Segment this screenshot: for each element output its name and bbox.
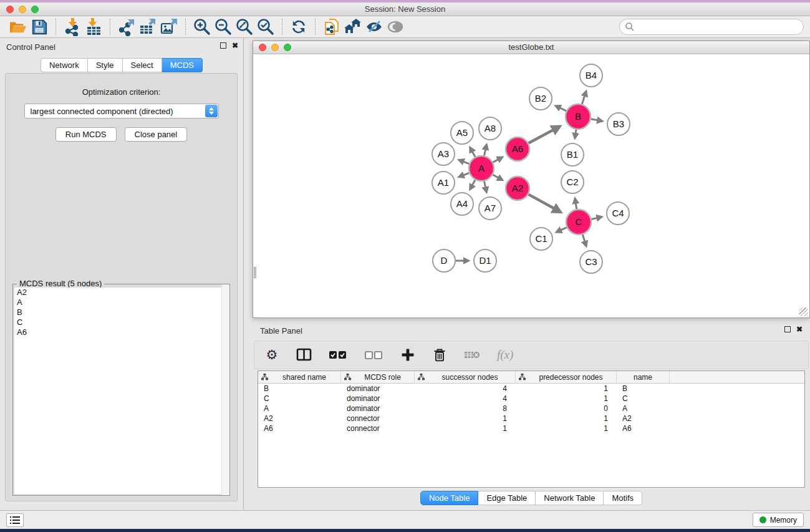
tab-style[interactable]: Style	[88, 58, 123, 72]
table-row[interactable]: Adominator80A	[258, 404, 804, 414]
mcds-result-item[interactable]: A6	[14, 327, 228, 337]
hide-show-button[interactable]	[364, 17, 385, 36]
open-file-button[interactable]	[7, 17, 29, 36]
graph-node-A7[interactable]: A7	[479, 197, 501, 220]
function-builder-button[interactable]: f(x)	[497, 348, 513, 362]
graph-edge-A-A4[interactable]	[470, 180, 475, 189]
export-table-button[interactable]	[137, 17, 158, 36]
delete-column-button[interactable]	[432, 347, 447, 362]
graph-node-A1[interactable]: A1	[432, 172, 455, 194]
graph-node-A4[interactable]: A4	[451, 193, 473, 215]
column-header-shared-name[interactable]: shared name	[258, 371, 341, 383]
graph-edge-C-C1[interactable]	[557, 228, 567, 232]
graph-node-C[interactable]: C	[566, 210, 591, 235]
graph-node-B[interactable]: B	[566, 104, 591, 129]
network-minimize-button[interactable]	[271, 44, 279, 51]
tab-network-table[interactable]: Network Table	[536, 491, 604, 505]
table-settings-button[interactable]: ⚙	[264, 347, 279, 362]
add-column-button[interactable]	[400, 348, 415, 362]
graph-node-B2[interactable]: B2	[529, 87, 552, 110]
mcds-result-item[interactable]: A	[14, 297, 228, 307]
zoom-out-button[interactable]	[213, 17, 234, 36]
graph-node-A8[interactable]: A8	[479, 117, 501, 140]
minimize-window-button[interactable]	[19, 6, 26, 13]
zoom-fit-button[interactable]	[234, 17, 255, 36]
graph-node-A5[interactable]: A5	[451, 122, 473, 144]
zoom-in-button[interactable]	[191, 17, 213, 36]
network-canvas[interactable]: B4B2BB3A8A5A6A3B1AA1C2A2A4A7C4CC1DD1C3	[254, 55, 809, 317]
memory-button[interactable]: Memory	[753, 513, 804, 527]
column-header-mcds-role[interactable]: MCDS role	[341, 371, 415, 383]
graph-node-C2[interactable]: C2	[561, 171, 584, 193]
eye-button[interactable]	[385, 17, 406, 36]
show-columns-button[interactable]	[296, 347, 312, 362]
graph-node-A[interactable]: A	[469, 156, 494, 181]
tab-mcds[interactable]: MCDS	[162, 58, 203, 72]
graph-node-A3[interactable]: A3	[432, 143, 455, 165]
mcds-result-item[interactable]: A2	[14, 288, 228, 297]
tab-select[interactable]: Select	[123, 58, 162, 72]
deselect-all-button[interactable]	[365, 350, 383, 360]
network-window-titlebar[interactable]: testGlobe.txt	[253, 41, 809, 54]
float-table-panel-icon[interactable]	[784, 326, 791, 332]
graph-node-C1[interactable]: C1	[530, 228, 552, 250]
export-network-button[interactable]	[116, 17, 137, 36]
home-button[interactable]	[342, 17, 364, 36]
optimization-criterion-select[interactable]: largest connected component (directed)	[24, 104, 219, 118]
select-all-button[interactable]	[329, 350, 348, 360]
table-row[interactable]: Cdominator41C	[258, 394, 804, 404]
maximize-window-button[interactable]	[31, 6, 39, 13]
run-mcds-button[interactable]: Run MCDS	[55, 127, 117, 142]
graph-node-D1[interactable]: D1	[474, 249, 496, 272]
mcds-result-scrollbar[interactable]	[221, 284, 229, 495]
save-session-button[interactable]	[29, 17, 50, 36]
close-window-button[interactable]	[6, 6, 14, 13]
graph-node-A2[interactable]: A2	[506, 177, 529, 200]
tab-edge-table[interactable]: Edge Table	[478, 491, 536, 505]
delete-table-button[interactable]	[464, 350, 480, 360]
graph-edge-C-C4[interactable]	[591, 217, 601, 220]
graph-edge-A-A8[interactable]	[484, 145, 486, 155]
graph-edge-A2-C[interactable]	[529, 195, 561, 212]
new-network-button[interactable]	[321, 17, 342, 36]
graph-edge-A-A2[interactable]	[493, 175, 502, 180]
float-panel-icon[interactable]	[220, 42, 226, 49]
table-row[interactable]: A6connector11A6	[258, 423, 804, 433]
network-vertical-scrollbar[interactable]	[254, 267, 256, 278]
graph-node-C4[interactable]: C4	[607, 202, 629, 225]
graph-edge-B-B1[interactable]	[575, 130, 576, 138]
mcds-result-item[interactable]: B	[14, 307, 228, 317]
mcds-result-item[interactable]: C	[14, 317, 228, 327]
graph-edge-A-A3[interactable]	[459, 160, 469, 164]
window-resize-grip[interactable]	[799, 307, 808, 316]
table-row[interactable]: Bdominator41B	[258, 384, 804, 394]
close-table-panel-icon[interactable]: ✖	[796, 326, 803, 332]
export-image-button[interactable]	[158, 17, 180, 36]
close-panel-icon[interactable]: ✖	[232, 42, 238, 49]
graph-edge-B-B2[interactable]	[556, 106, 566, 111]
column-header-successor-nodes[interactable]: successor nodes	[415, 371, 516, 383]
graph-edge-A-A6[interactable]	[493, 157, 503, 162]
import-network-button[interactable]	[62, 17, 83, 36]
graph-edge-A-A7[interactable]	[484, 181, 486, 192]
column-header-predecessor-nodes[interactable]: predecessor nodes	[516, 371, 617, 383]
tab-node-table[interactable]: Node Table	[420, 491, 479, 505]
table-row[interactable]: A2connector11A2	[258, 414, 804, 423]
graph-node-C3[interactable]: C3	[580, 251, 602, 273]
graph-node-D[interactable]: D	[433, 249, 455, 272]
network-close-button[interactable]	[259, 44, 266, 51]
graph-node-A6[interactable]: A6	[506, 137, 529, 161]
graph-edge-B-B4[interactable]	[582, 92, 586, 104]
close-panel-button[interactable]: Close panel	[125, 127, 188, 142]
zoom-selected-button[interactable]	[255, 17, 276, 36]
graph-edge-A-A1[interactable]	[459, 173, 469, 177]
graph-node-B4[interactable]: B4	[580, 64, 602, 87]
graph-edge-A-A5[interactable]	[470, 148, 475, 157]
graph-edge-B-B3[interactable]	[591, 119, 602, 121]
column-header-name[interactable]: name	[617, 371, 670, 383]
search-input[interactable]	[619, 19, 804, 35]
task-history-button[interactable]	[6, 513, 24, 527]
mcds-result-list[interactable]: A2ABCA6	[14, 288, 228, 494]
tab-network[interactable]: Network	[41, 58, 88, 72]
network-maximize-button[interactable]	[284, 44, 291, 51]
